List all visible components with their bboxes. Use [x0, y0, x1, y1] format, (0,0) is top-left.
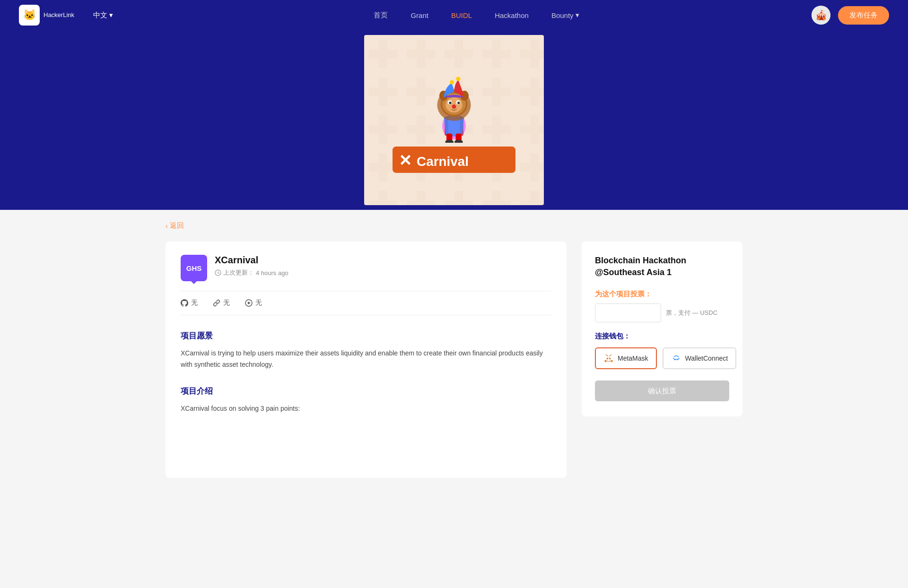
svg-marker-37: [604, 360, 607, 362]
svg-marker-34: [609, 354, 612, 357]
vote-row: 票，支付 — USDC: [595, 303, 729, 322]
language-selector[interactable]: 中文 ▾: [93, 11, 113, 20]
link-icon: [213, 299, 220, 307]
back-chevron-icon: ‹: [166, 222, 168, 230]
hero-section: ✕ Carnival: [0, 30, 908, 210]
nav-grant[interactable]: Grant: [410, 11, 428, 19]
svg-point-17: [449, 102, 451, 104]
play-icon: [245, 299, 253, 307]
project-header: GHS XCarnival 上次更新： 4 hours ago: [181, 255, 551, 281]
bounty-label: Bounty: [551, 11, 574, 19]
nav-right: 🎪 发布任务: [812, 6, 889, 25]
logo-text: HackerLink: [44, 11, 74, 19]
svg-marker-33: [248, 302, 251, 304]
back-label: 返回: [170, 221, 184, 230]
link-item[interactable]: 无: [213, 299, 230, 307]
wallet-buttons: MetaMask WalletConnect: [595, 347, 729, 369]
svg-point-25: [454, 140, 463, 143]
avatar[interactable]: 🎪: [812, 6, 830, 25]
project-detail-panel: GHS XCarnival 上次更新： 4 hours ago: [166, 242, 567, 478]
intro-text: XCarnival focus on solving 3 pain points…: [181, 403, 551, 415]
nav-hackathon[interactable]: Hackathon: [495, 11, 529, 19]
svg-marker-35: [605, 354, 608, 357]
svg-text:Carnival: Carnival: [417, 154, 469, 169]
nav-home[interactable]: 首页: [374, 11, 388, 20]
sidebar-panel: Blockchain Hackathon @Southeast Asia 1 为…: [582, 242, 742, 416]
svg-point-24: [445, 140, 454, 143]
svg-point-44: [677, 359, 678, 360]
clock-icon: [215, 269, 221, 276]
project-name: XCarnival: [215, 255, 288, 266]
metamask-label: MetaMask: [618, 355, 648, 362]
svg-line-31: [218, 273, 219, 274]
walletconnect-button[interactable]: WalletConnect: [663, 347, 737, 369]
svg-marker-40: [607, 360, 608, 362]
svg-text:✕: ✕: [399, 152, 412, 169]
language-label: 中文: [93, 11, 107, 20]
intro-title: 项目介绍: [181, 386, 551, 397]
project-updated: 上次更新： 4 hours ago: [215, 268, 288, 277]
svg-marker-39: [609, 357, 611, 359]
walletconnect-icon: [671, 353, 681, 363]
metamask-icon: [603, 353, 614, 363]
play-label: 无: [255, 299, 262, 307]
project-wordmark: ✕ Carnival: [393, 147, 515, 173]
wallet-label: 连接钱包：: [595, 332, 729, 341]
confirm-vote-button[interactable]: 确认投票: [595, 380, 729, 401]
vision-text: XCarnival is trying to help users maximi…: [181, 348, 551, 371]
logo-icon: 🐱: [19, 5, 40, 26]
link-label: 无: [223, 299, 230, 307]
project-title-area: XCarnival 上次更新： 4 hours ago: [215, 255, 288, 277]
nav-links: 首页 Grant BUIDL Hackathon Bounty ▾: [141, 11, 812, 20]
updated-prefix: 上次更新：: [223, 268, 254, 277]
svg-point-43: [674, 359, 675, 360]
github-label: 无: [191, 299, 198, 307]
project-banner: ✕ Carnival: [364, 35, 544, 205]
svg-point-20: [450, 80, 454, 85]
navbar: 🐱 HackerLink 中文 ▾ 首页 Grant BUIDL Hackath…: [0, 0, 908, 30]
vote-input[interactable]: [595, 303, 661, 322]
svg-text:🎪: 🎪: [815, 9, 827, 21]
back-link[interactable]: ‹ 返回: [166, 221, 184, 230]
logo[interactable]: 🐱 HackerLink: [19, 5, 74, 26]
bounty-chevron-icon: ▾: [576, 11, 579, 19]
svg-marker-36: [611, 360, 613, 362]
metamask-button[interactable]: MetaMask: [595, 347, 657, 369]
nav-buidl[interactable]: BUIDL: [451, 11, 472, 19]
project-logo-container: ✕ Carnival: [393, 67, 515, 173]
vote-label: 为这个项目投票：: [595, 290, 729, 299]
project-badge: GHS: [181, 255, 207, 281]
updated-time: 4 hours ago: [256, 269, 288, 277]
publish-button[interactable]: 发布任务: [838, 6, 889, 25]
mascot-illustration: [416, 67, 492, 143]
hackathon-title: Blockchain Hackathon @Southeast Asia 1: [595, 255, 729, 278]
github-icon: [181, 299, 188, 307]
language-chevron-icon: ▾: [109, 11, 113, 19]
walletconnect-label: WalletConnect: [685, 355, 728, 362]
svg-marker-38: [606, 357, 608, 359]
vision-title: 项目愿景: [181, 330, 551, 341]
vote-suffix: 票，支付 — USDC: [666, 309, 717, 317]
demo-link[interactable]: 无: [245, 299, 262, 307]
svg-marker-42: [608, 361, 610, 362]
svg-point-18: [457, 102, 460, 104]
svg-point-19: [452, 104, 456, 109]
project-links: 无 无 无: [181, 291, 551, 315]
content-area: ‹ 返回 GHS XCarnival 上次更新： 4 hours ago: [147, 210, 761, 506]
svg-point-21: [456, 77, 460, 81]
main-layout: GHS XCarnival 上次更新： 4 hours ago: [166, 242, 742, 478]
github-link[interactable]: 无: [181, 299, 198, 307]
svg-marker-41: [609, 360, 610, 362]
nav-bounty[interactable]: Bounty ▾: [551, 11, 579, 19]
